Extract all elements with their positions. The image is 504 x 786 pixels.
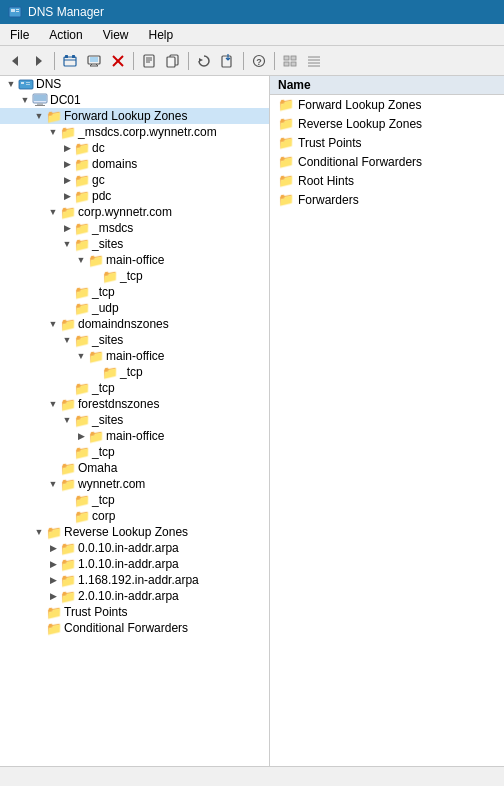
tree-item-dc01[interactable]: ▼ DC01 bbox=[0, 92, 269, 108]
tree-item-domains[interactable]: ▶ 📁 domains bbox=[0, 156, 269, 172]
right-item-forward[interactable]: 📁 Forward Lookup Zones bbox=[270, 95, 504, 114]
expand-corp-sites[interactable]: ▼ bbox=[60, 237, 74, 251]
menu-view[interactable]: View bbox=[93, 24, 139, 45]
expand-forestdns-sites[interactable]: ▼ bbox=[60, 413, 74, 427]
tree-item-forestdns-tcp[interactable]: ▶ 📁 _tcp bbox=[0, 444, 269, 460]
right-pane[interactable]: Name 📁 Forward Lookup Zones 📁 Reverse Lo… bbox=[270, 76, 504, 766]
right-item-reverse[interactable]: 📁 Reverse Lookup Zones bbox=[270, 114, 504, 133]
expand-reverse[interactable]: ▼ bbox=[32, 525, 46, 539]
copy-button[interactable] bbox=[162, 50, 184, 72]
tree-item-forestdns-sites[interactable]: ▼ 📁 _sites bbox=[0, 412, 269, 428]
expand-corp-msdcs[interactable]: ▶ bbox=[60, 221, 74, 235]
tree-item-corp[interactable]: ▼ 📁 corp.wynnetr.com bbox=[0, 204, 269, 220]
svg-rect-27 bbox=[291, 56, 296, 60]
dns-manager-icon bbox=[8, 5, 22, 19]
view-list-button[interactable] bbox=[279, 50, 301, 72]
right-item-forwarders[interactable]: 📁 Forwarders bbox=[270, 190, 504, 209]
help-button[interactable]: ? bbox=[248, 50, 270, 72]
tree-item-dns[interactable]: ▼ DNS bbox=[0, 76, 269, 92]
tree-item-domaindns-sites[interactable]: ▼ 📁 _sites bbox=[0, 332, 269, 348]
right-item-trust[interactable]: 📁 Trust Points bbox=[270, 133, 504, 152]
menu-action[interactable]: Action bbox=[39, 24, 92, 45]
expand-gc[interactable]: ▶ bbox=[60, 173, 74, 187]
tree-item-corp-sites[interactable]: ▼ 📁 _sites bbox=[0, 236, 269, 252]
tree-item-reverse[interactable]: ▼ 📁 Reverse Lookup Zones bbox=[0, 524, 269, 540]
expand-forestdns-mainoffice[interactable]: ▶ bbox=[74, 429, 88, 443]
tree-item-forestdns-sites-mainoffice[interactable]: ▶ 📁 main-office bbox=[0, 428, 269, 444]
expand-domains[interactable]: ▶ bbox=[60, 157, 74, 171]
expand-rev4[interactable]: ▶ bbox=[46, 589, 60, 603]
tree-item-forward[interactable]: ▼ 📁 Forward Lookup Zones bbox=[0, 108, 269, 124]
tree-item-dc[interactable]: ▶ 📁 dc bbox=[0, 140, 269, 156]
tree-item-corp-tcp[interactable]: ▶ 📁 _tcp bbox=[0, 284, 269, 300]
tree-item-omaha[interactable]: ▶ 📁 Omaha bbox=[0, 460, 269, 476]
expand-corp-sites-mainoffice[interactable]: ▼ bbox=[74, 253, 88, 267]
folder-omaha-icon: 📁 bbox=[60, 461, 76, 475]
tree-item-domaindns-sites-mainoffice-tcp[interactable]: ▶ 📁 _tcp bbox=[0, 364, 269, 380]
svg-rect-41 bbox=[35, 105, 45, 106]
right-reverse-label: Reverse Lookup Zones bbox=[298, 117, 422, 131]
properties-button[interactable] bbox=[138, 50, 160, 72]
right-pane-header: Name bbox=[270, 76, 504, 95]
expand-rev1[interactable]: ▶ bbox=[46, 541, 60, 555]
svg-rect-21 bbox=[167, 57, 175, 67]
expand-rev3[interactable]: ▶ bbox=[46, 573, 60, 587]
expand-corp[interactable]: ▼ bbox=[46, 205, 60, 219]
back-button[interactable] bbox=[4, 50, 26, 72]
omaha-label: Omaha bbox=[78, 461, 117, 475]
expand-dns[interactable]: ▼ bbox=[4, 77, 18, 91]
tree-item-forestdns[interactable]: ▼ 📁 forestdnszones bbox=[0, 396, 269, 412]
tree-item-domaindns-sites-mainoffice[interactable]: ▼ 📁 main-office bbox=[0, 348, 269, 364]
browse-button[interactable] bbox=[59, 50, 81, 72]
tree-item-corp-msdcs[interactable]: ▶ 📁 _msdcs bbox=[0, 220, 269, 236]
tree-item-corp-udp[interactable]: ▶ 📁 _udp bbox=[0, 300, 269, 316]
right-item-conditional[interactable]: 📁 Conditional Forwarders bbox=[270, 152, 504, 171]
view-detail-button[interactable] bbox=[303, 50, 325, 72]
right-item-roothints[interactable]: 📁 Root Hints bbox=[270, 171, 504, 190]
menu-bar: File Action View Help bbox=[0, 24, 504, 46]
svg-rect-16 bbox=[144, 55, 154, 67]
tree-item-conditional[interactable]: ▶ 📁 Conditional Forwarders bbox=[0, 620, 269, 636]
delete-button[interactable] bbox=[107, 50, 129, 72]
tree-item-domaindns[interactable]: ▼ 📁 domaindnszones bbox=[0, 316, 269, 332]
refresh-button[interactable] bbox=[193, 50, 215, 72]
expand-rev2[interactable]: ▶ bbox=[46, 557, 60, 571]
dns-label: DNS bbox=[36, 77, 61, 91]
tree-item-trust[interactable]: ▶ 📁 Trust Points bbox=[0, 604, 269, 620]
tree-item-corp-sites-mainoffice-tcp[interactable]: ▶ 📁 _tcp bbox=[0, 268, 269, 284]
expand-dc[interactable]: ▶ bbox=[60, 141, 74, 155]
tree-item-wynnetr-tcp[interactable]: ▶ 📁 _tcp bbox=[0, 492, 269, 508]
forward-button[interactable] bbox=[28, 50, 50, 72]
computer-button[interactable] bbox=[83, 50, 105, 72]
menu-help[interactable]: Help bbox=[139, 24, 184, 45]
tree-item-rev1[interactable]: ▶ 📁 0.0.10.in-addr.arpa bbox=[0, 540, 269, 556]
export-button[interactable] bbox=[217, 50, 239, 72]
tree-item-gc[interactable]: ▶ 📁 gc bbox=[0, 172, 269, 188]
tree-item-rev4[interactable]: ▶ 📁 2.0.10.in-addr.arpa bbox=[0, 588, 269, 604]
tree-item-wynnetr-corp[interactable]: ▶ 📁 corp bbox=[0, 508, 269, 524]
main-area: ▼ DNS ▼ DC01 bbox=[0, 76, 504, 766]
domains-label: domains bbox=[92, 157, 137, 171]
folder-mainoffice3-icon: 📁 bbox=[88, 429, 104, 443]
tree-item-rev2[interactable]: ▶ 📁 1.0.10.in-addr.arpa bbox=[0, 556, 269, 572]
left-pane[interactable]: ▼ DNS ▼ DC01 bbox=[0, 76, 270, 766]
expand-domaindns[interactable]: ▼ bbox=[46, 317, 60, 331]
expand-forward[interactable]: ▼ bbox=[32, 109, 46, 123]
tree-item-corp-sites-mainoffice[interactable]: ▼ 📁 main-office bbox=[0, 252, 269, 268]
expand-msdcs[interactable]: ▼ bbox=[46, 125, 60, 139]
tree-item-domaindns-tcp[interactable]: ▶ 📁 _tcp bbox=[0, 380, 269, 396]
menu-file[interactable]: File bbox=[0, 24, 39, 45]
tree-item-pdc[interactable]: ▶ 📁 pdc bbox=[0, 188, 269, 204]
folder-pdc-icon: 📁 bbox=[74, 189, 90, 203]
tree-item-wynnetr[interactable]: ▼ 📁 wynnetr.com bbox=[0, 476, 269, 492]
expand-forestdns[interactable]: ▼ bbox=[46, 397, 60, 411]
expand-dc01[interactable]: ▼ bbox=[18, 93, 32, 107]
right-forwarders-label: Forwarders bbox=[298, 193, 359, 207]
expand-wynnetr[interactable]: ▼ bbox=[46, 477, 60, 491]
tree-item-rev3[interactable]: ▶ 📁 1.168.192.in-addr.arpa bbox=[0, 572, 269, 588]
folder-reverse-icon: 📁 bbox=[46, 525, 62, 539]
expand-domaindns-sites[interactable]: ▼ bbox=[60, 333, 74, 347]
expand-pdc[interactable]: ▶ bbox=[60, 189, 74, 203]
tree-item-msdcs[interactable]: ▼ 📁 _msdcs.corp.wynnetr.com bbox=[0, 124, 269, 140]
expand-domaindns-mainoffice[interactable]: ▼ bbox=[74, 349, 88, 363]
